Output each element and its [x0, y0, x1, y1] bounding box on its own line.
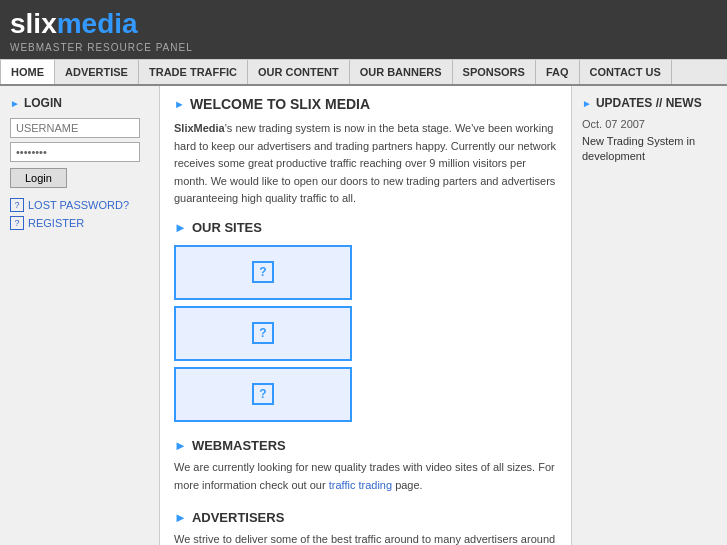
welcome-brand: SlixMedia [174, 122, 225, 134]
register-icon: ? [10, 216, 24, 230]
welcome-title: ► WELCOME TO SLIX MEDIA [174, 96, 557, 112]
logo-plain: slix [10, 8, 57, 39]
logo-blue: media [57, 8, 138, 39]
updates-arrow-icon: ► [582, 98, 592, 109]
lost-password-icon: ? [10, 198, 24, 212]
nav-faq[interactable]: FAQ [536, 60, 580, 84]
welcome-arrow-icon: ► [174, 98, 185, 110]
nav-sponsors[interactable]: SPONSORS [453, 60, 536, 84]
site-logo: slixmedia [10, 8, 717, 40]
login-form: Login [10, 118, 149, 188]
webmasters-section: ► WEBMASTERS We are currently looking fo… [174, 438, 557, 494]
banner-placeholder-icon-1: ? [252, 261, 274, 283]
sidebar-links: ? LOST PASSWORD? ? REGISTER [10, 198, 149, 230]
updates-title: UPDATES // NEWS [596, 96, 702, 110]
login-arrow-icon: ► [10, 98, 20, 109]
nav-advertise[interactable]: ADVERTISE [55, 60, 139, 84]
register-label: REGISTER [28, 217, 84, 229]
welcome-text: SlixMedia's new trading system is now in… [174, 120, 557, 208]
site-banner-3: ? [174, 367, 352, 422]
update-text: New Trading System in development [582, 134, 717, 165]
webmasters-text: We are currently looking for new quality… [174, 459, 557, 494]
right-panel: ► UPDATES // NEWS Oct. 07 2007 New Tradi… [572, 86, 727, 545]
banner-placeholder-icon-2: ? [252, 322, 274, 344]
nav-home[interactable]: HOME [0, 60, 55, 84]
our-sites-title: OUR SITES [192, 220, 262, 235]
our-sites-header: ► OUR SITES [174, 220, 557, 235]
banner-placeholder-icon-3: ? [252, 383, 274, 405]
site-banner-1: ? [174, 245, 352, 300]
login-section-header: ► LOGIN [10, 96, 149, 110]
our-sites-arrow-icon: ► [174, 220, 187, 235]
nav-trade-traffic[interactable]: TRADE TRAFFIC [139, 60, 248, 84]
webmasters-title: ► WEBMASTERS [174, 438, 557, 453]
username-input[interactable] [10, 118, 140, 138]
updates-header: ► UPDATES // NEWS [582, 96, 717, 110]
sidebar: ► LOGIN Login ? LOST PASSWORD? ? REGISTE… [0, 86, 160, 545]
update-date: Oct. 07 2007 [582, 118, 717, 130]
nav-our-content[interactable]: OUR CONTENT [248, 60, 350, 84]
advertisers-title: ► ADVERTISERS [174, 510, 557, 525]
site-banners-container: ? ? ? [174, 245, 557, 422]
advertisers-arrow-icon: ► [174, 510, 187, 525]
advertisers-text: We strive to deliver some of the best tr… [174, 531, 557, 545]
site-tagline: WEBMASTER RESOURCE PANEL [10, 42, 717, 53]
password-input[interactable] [10, 142, 140, 162]
login-title: LOGIN [24, 96, 62, 110]
site-banner-2: ? [174, 306, 352, 361]
register-link[interactable]: ? REGISTER [10, 216, 149, 230]
main-nav: HOME ADVERTISE TRADE TRAFFIC OUR CONTENT… [0, 59, 727, 86]
webmasters-arrow-icon: ► [174, 438, 187, 453]
login-button[interactable]: Login [10, 168, 67, 188]
lost-password-link[interactable]: ? LOST PASSWORD? [10, 198, 149, 212]
advertisers-section: ► ADVERTISERS We strive to deliver some … [174, 510, 557, 545]
traffic-trading-link[interactable]: traffic trading [329, 479, 392, 491]
welcome-body: 's new trading system is now in the beta… [174, 122, 556, 204]
main-content: ► WELCOME TO SLIX MEDIA SlixMedia's new … [160, 86, 572, 545]
nav-contact-us[interactable]: CONTACT US [580, 60, 672, 84]
nav-our-banners[interactable]: OUR BANNERS [350, 60, 453, 84]
lost-password-label: LOST PASSWORD? [28, 199, 129, 211]
